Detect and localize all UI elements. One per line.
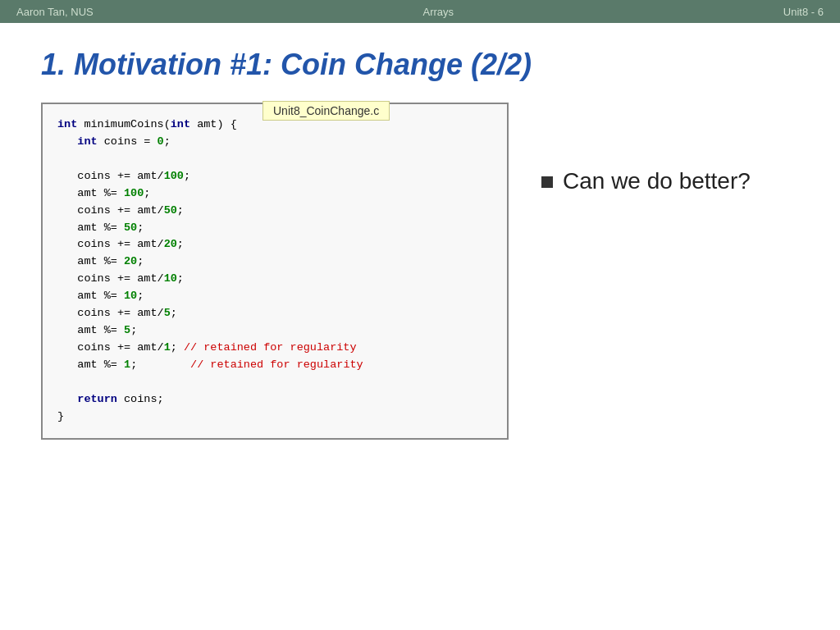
content-area: Unit8_CoinChange.c int minimumCoins(int … <box>41 103 799 440</box>
slide-title: 1. Motivation #1: Coin Change (2/2) <box>41 48 799 82</box>
code-block: int minimumCoins(int amt) { int coins = … <box>41 103 509 440</box>
header-center: Arrays <box>423 6 454 18</box>
filename-tag: Unit8_CoinChange.c <box>262 101 390 121</box>
code-container: Unit8_CoinChange.c int minimumCoins(int … <box>41 103 509 440</box>
slide-content: 1. Motivation #1: Coin Change (2/2) Unit… <box>0 23 840 456</box>
right-panel: Can we do better? <box>541 103 799 194</box>
bullet-text: Can we do better? <box>563 168 751 194</box>
header-left: Aaron Tan, NUS <box>16 6 94 18</box>
header-bar: Aaron Tan, NUS Arrays Unit8 - 6 <box>0 0 840 23</box>
bullet-item: Can we do better? <box>541 168 799 194</box>
header-right: Unit8 - 6 <box>783 6 824 18</box>
bullet-icon <box>541 176 553 188</box>
